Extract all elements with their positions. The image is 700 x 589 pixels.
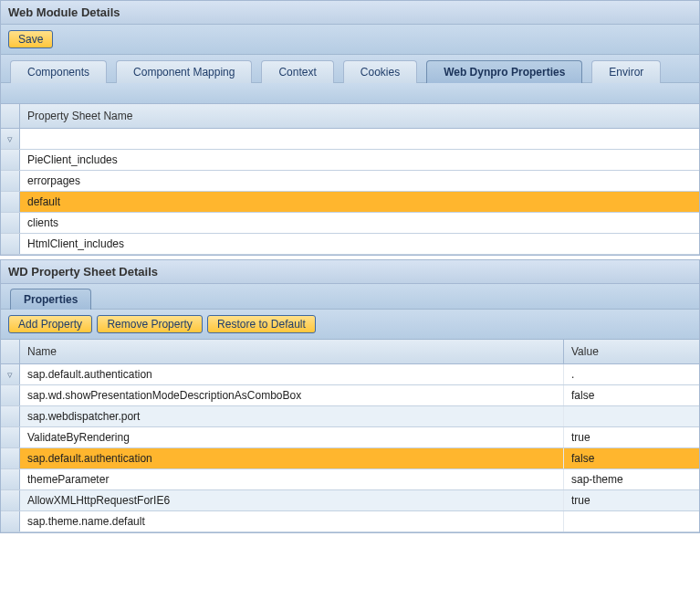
prop-name: ValidateByRendering — [20, 427, 564, 447]
table-toolbar-spacer — [1, 83, 699, 104]
row-selector[interactable] — [1, 448, 20, 468]
table-row[interactable]: PieClient_includes — [1, 150, 699, 171]
value-filter-input[interactable]: . — [564, 364, 699, 384]
prop-value — [564, 413, 699, 420]
table-header: Property Sheet Name — [1, 104, 699, 129]
table-row[interactable]: sap.webdispatcher.port — [1, 406, 699, 427]
column-header[interactable]: Property Sheet Name — [20, 104, 140, 128]
property-sheet-name: errorpages — [20, 171, 699, 191]
filter-icon[interactable]: ▿ — [7, 370, 13, 380]
prop-value: true — [564, 490, 699, 510]
row-selector[interactable] — [1, 213, 20, 233]
column-name-header[interactable]: Name — [20, 340, 564, 363]
prop-value: sap-theme — [564, 469, 699, 489]
prop-value — [564, 518, 699, 525]
property-sheet-table: Property Sheet Name ▿ PieClient_includes… — [1, 104, 699, 255]
table-row[interactable]: default — [1, 192, 699, 213]
row-selector[interactable] — [1, 490, 20, 510]
table-row[interactable]: HtmlClient_includes — [1, 234, 699, 255]
property-sheet-name: PieClient_includes — [20, 150, 699, 170]
prop-name: themeParameter — [20, 469, 564, 489]
web-module-details-panel: Web Module Details Save ComponentsCompon… — [0, 0, 700, 256]
prop-value: true — [564, 427, 699, 447]
tab-component-mapping[interactable]: Component Mapping — [116, 60, 252, 83]
table-row[interactable]: clients — [1, 213, 699, 234]
filter-input[interactable] — [20, 135, 699, 142]
name-filter-input[interactable]: sap.default.authentication — [20, 364, 564, 384]
prop-name: sap.default.authentication — [20, 448, 564, 468]
tab-web-dynpro-properties[interactable]: Web Dynpro Properties — [426, 60, 582, 83]
table-row[interactable]: themeParametersap-theme — [1, 469, 699, 490]
tab-cookies[interactable]: Cookies — [343, 60, 417, 83]
remove-property-button[interactable]: Remove Property — [97, 315, 202, 333]
wd-property-sheet-details-panel: WD Property Sheet Details Properties Add… — [0, 259, 700, 533]
toolbar: Save — [1, 25, 699, 55]
property-sheet-name: default — [20, 192, 699, 212]
module-tabstrip: ComponentsComponent MappingContextCookie… — [1, 55, 699, 83]
tab-properties[interactable]: Properties — [10, 289, 91, 310]
table-row[interactable]: AllowXMLHttpRequestForIE6true — [1, 490, 699, 511]
panel-title: Web Module Details — [1, 1, 699, 25]
save-button[interactable]: Save — [8, 30, 53, 48]
property-sheet-name: clients — [20, 213, 699, 233]
row-selector[interactable] — [1, 150, 20, 170]
table-row[interactable]: sap.default.authenticationfalse — [1, 448, 699, 469]
table-header: Name Value — [1, 340, 699, 364]
table-row[interactable]: ValidateByRenderingtrue — [1, 427, 699, 448]
row-selector[interactable] — [1, 406, 20, 426]
filter-row[interactable]: ▿ — [1, 129, 699, 150]
prop-name: AllowXMLHttpRequestForIE6 — [20, 490, 564, 510]
row-selector[interactable] — [1, 511, 20, 531]
details-tabstrip: Properties — [1, 284, 699, 310]
row-selector[interactable] — [1, 427, 20, 447]
property-sheet-name: HtmlClient_includes — [20, 234, 699, 254]
tab-enviror[interactable]: Enviror — [591, 60, 661, 83]
properties-toolbar: Add Property Remove Property Restore to … — [1, 310, 699, 340]
prop-value: false — [564, 385, 699, 405]
filter-icon[interactable]: ▿ — [7, 134, 13, 144]
row-selector[interactable] — [1, 469, 20, 489]
panel-title: WD Property Sheet Details — [1, 260, 699, 284]
table-row[interactable]: errorpages — [1, 171, 699, 192]
table-row[interactable]: sap.theme.name.default — [1, 511, 699, 532]
restore-default-button[interactable]: Restore to Default — [207, 315, 316, 333]
tab-context[interactable]: Context — [261, 60, 333, 83]
properties-table: Name Value ▿ sap.default.authentication … — [1, 340, 699, 532]
column-value-header[interactable]: Value — [564, 340, 699, 363]
prop-value: false — [564, 448, 699, 468]
table-row[interactable]: sap.wd.showPresentationModeDescriptionAs… — [1, 385, 699, 406]
row-selector[interactable] — [1, 385, 20, 405]
row-selector[interactable] — [1, 234, 20, 254]
add-property-button[interactable]: Add Property — [8, 315, 92, 333]
filter-row[interactable]: ▿ sap.default.authentication . — [1, 364, 699, 385]
row-selector[interactable] — [1, 171, 20, 191]
prop-name: sap.theme.name.default — [20, 511, 564, 531]
tab-components[interactable]: Components — [10, 60, 107, 83]
row-selector[interactable] — [1, 192, 20, 212]
prop-name: sap.wd.showPresentationModeDescriptionAs… — [20, 385, 564, 405]
prop-name: sap.webdispatcher.port — [20, 406, 564, 426]
